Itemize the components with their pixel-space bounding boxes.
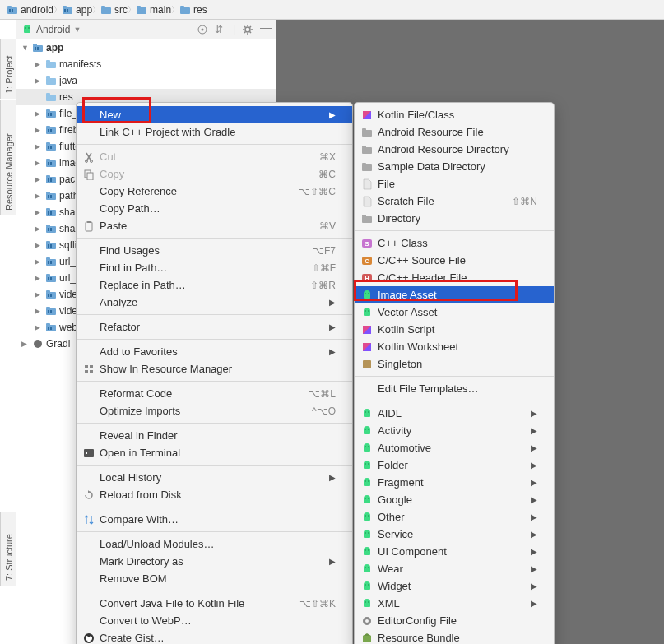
module-icon [45,223,57,234]
menu-item[interactable]: Sample Data Directory [355,158,554,175]
menu-item[interactable]: Edit File Templates… [355,380,554,397]
tree-item[interactable]: ▼app [16,39,276,56]
submenu-arrow-icon: ▶ [329,322,336,331]
menu-item[interactable]: Automotive▶ [355,439,554,456]
menu-item[interactable]: Kotlin Worksheet [355,338,554,355]
target-icon[interactable] [197,24,208,35]
menu-item[interactable]: C/C++ Source File [355,252,554,269]
menu-item-label: C/C++ Source File [378,254,537,266]
menu-item[interactable]: Image Asset [355,286,554,303]
menu-item[interactable]: Service▶ [355,526,554,543]
project-dropdown[interactable]: Android ▼ [21,24,81,35]
breadcrumb-label: android [21,4,53,16]
menu-item[interactable]: Remove BOM [77,570,352,587]
submenu-arrow-icon: ▶ [329,473,336,482]
menu-item-shortcut: ⌥F7 [313,245,336,257]
menu-item[interactable]: Copy⌘C [77,165,352,183]
menu-separator [77,507,352,507]
menu-item[interactable]: Refactor▶ [77,318,352,336]
menu-item[interactable]: Android Resource Directory [355,141,554,158]
menu-item[interactable]: Find Usages⌥F7 [77,242,352,259]
menu-item-label: Replace in Path… [100,279,305,291]
menu-item[interactable]: Reformat Code⌥⌘L [77,385,352,402]
new-submenu: Kotlin File/ClassAndroid Resource FileAn… [354,102,555,644]
structure-tab[interactable]: 7: Structure [0,512,16,586]
menu-item[interactable]: Android Resource File [355,123,554,141]
tree-item[interactable]: ▶java [16,72,276,89]
menu-item[interactable]: Kotlin Script [355,321,554,338]
menu-item[interactable]: UI Component▶ [355,543,554,560]
menu-item[interactable]: Resource Bundle [355,629,554,644]
menu-item-label: Widget [378,580,526,592]
menu-item[interactable]: Cut⌘X [77,148,352,165]
menu-item[interactable]: Compare With… [77,511,352,528]
module-icon [45,256,57,267]
menu-item[interactable]: Activity▶ [355,422,554,439]
menu-item[interactable]: File [355,175,554,192]
menu-item[interactable]: Fragment▶ [355,474,554,491]
hide-icon[interactable]: — [260,24,272,35]
breadcrumb-item[interactable]: android [5,4,55,16]
menu-item-label: Link C++ Project with Gradle [100,126,336,138]
android-icon [361,425,373,437]
menu-item[interactable]: Reload from Disk [77,486,352,503]
menu-item[interactable]: Convert Java File to Kotlin File⌥⇧⌘K [77,595,352,612]
menu-item-shortcut: ^⌥O [312,405,336,417]
menu-item-label: Local History [100,471,324,484]
menu-item[interactable]: Replace in Path…⇧⌘R [77,276,352,294]
menu-item[interactable]: Singleton [355,355,554,373]
menu-item-label: Wear [378,563,526,575]
menu-item[interactable]: Other▶ [355,508,554,526]
menu-item[interactable]: Wear▶ [355,560,554,577]
menu-item-label: File [378,178,537,190]
menu-item[interactable]: Copy Path… [77,200,352,217]
breadcrumb-item[interactable]: res [178,4,209,16]
breadcrumb-item[interactable]: main [134,4,173,16]
expand-arrow-icon: ▶ [35,126,43,134]
menu-item[interactable]: Link C++ Project with Gradle [77,123,352,141]
menu-item[interactable]: Load/Unload Modules… [77,535,352,553]
menu-item[interactable]: Show In Resource Manager [77,360,352,378]
breadcrumb-item[interactable]: app [60,4,94,16]
menu-separator [77,465,352,466]
expand-arrow-icon: ▶ [35,225,43,233]
menu-item[interactable]: AIDL▶ [355,405,554,422]
submenu-arrow-icon: ▶ [329,298,336,307]
menu-item[interactable]: C/C++ Header File [355,269,554,286]
menu-item[interactable]: Folder▶ [355,456,554,474]
menu-item[interactable]: Kotlin File/Class [355,106,554,123]
menu-item[interactable]: Create Gist… [77,629,352,644]
menu-item[interactable]: Reveal in Finder [77,427,352,444]
menu-item[interactable]: Open in Terminal [77,444,352,461]
menu-item[interactable]: Convert to WebP… [77,612,352,629]
android-icon [361,581,373,592]
kotlin-icon [361,324,373,336]
menu-item-label: Folder [378,459,526,471]
menu-item[interactable]: Local History▶ [77,469,352,486]
expand-arrow-icon: ▶ [35,60,43,68]
project-tab[interactable]: 1: Project [0,39,16,99]
breadcrumb-item[interactable]: src [99,4,129,16]
menu-item[interactable]: Directory [355,210,554,227]
menu-item[interactable]: Mark Directory as▶ [77,553,352,570]
menu-item[interactable]: EditorConfig File [355,612,554,629]
menu-item[interactable]: XML▶ [355,595,554,612]
menu-item[interactable]: Optimize Imports^⌥O [77,402,352,419]
menu-item[interactable]: Scratch File⇧⌘N [355,192,554,210]
gear-icon[interactable] [242,24,253,35]
menu-item[interactable]: C++ Class [355,234,554,252]
collapse-icon[interactable]: ⇵ [215,24,226,35]
menu-item[interactable]: Google▶ [355,491,554,508]
menu-item[interactable]: New▶ [77,106,352,123]
menu-item[interactable]: Copy Reference⌥⇧⌘C [77,183,352,200]
tree-item[interactable]: ▶manifests [16,56,276,72]
menu-item[interactable]: Add to Favorites▶ [77,343,352,360]
menu-item[interactable]: Widget▶ [355,577,554,595]
menu-item[interactable]: Vector Asset [355,303,554,321]
resource-manager-tab[interactable]: Resource Manager [0,100,16,215]
terminal-icon [83,447,95,459]
menu-item[interactable]: Analyze▶ [77,294,352,311]
menu-item[interactable]: Paste⌘V [77,217,352,234]
menu-item[interactable]: Find in Path…⇧⌘F [77,259,352,276]
menu-separator [77,381,352,382]
